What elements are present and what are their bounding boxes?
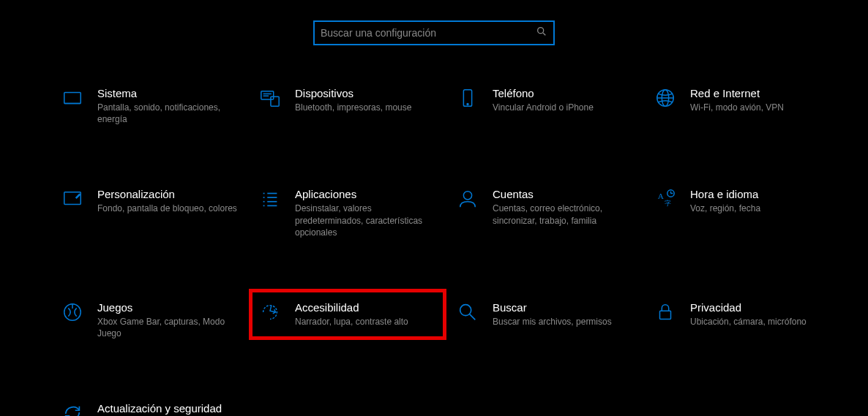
tile-telefono[interactable]: Teléfono Vincular Android o iPhone [446, 75, 644, 126]
svg-text:A: A [658, 192, 665, 200]
svg-text:字: 字 [665, 200, 671, 208]
personalization-icon [61, 188, 84, 211]
tile-desc: Cuentas, correo electrónico, sincronizar… [493, 203, 633, 226]
tile-privacidad[interactable]: Privacidad Ubicación, cámara, micrófono [644, 289, 842, 340]
tile-desc: Narrador, lupa, contraste alto [295, 316, 435, 328]
tile-personalizacion[interactable]: Personalización Fondo, pantalla de bloqu… [51, 175, 249, 227]
tile-title: Aplicaciones [295, 188, 435, 200]
apps-icon [258, 188, 282, 211]
tile-title: Dispositivos [295, 87, 435, 99]
tile-aplicaciones[interactable]: Aplicaciones Desinstalar, valores predet… [249, 175, 446, 251]
tile-sistema[interactable]: Sistema Pantalla, sonido, notificaciones… [51, 75, 249, 137]
tile-desc: Buscar mis archivos, permisos [493, 316, 633, 328]
svg-rect-4 [261, 91, 274, 99]
settings-grid: Sistema Pantalla, sonido, notificaciones… [0, 75, 868, 416]
time-language-icon: A 字 [654, 188, 677, 211]
tile-red[interactable]: Red e Internet Wi-Fi, modo avión, VPN [644, 75, 842, 126]
tile-buscar[interactable]: Buscar Buscar mis archivos, permisos [446, 289, 644, 340]
svg-line-30 [470, 314, 476, 320]
svg-point-22 [463, 192, 471, 200]
gaming-icon [61, 301, 84, 325]
tile-desc: Desinstalar, valores predeterminados, ca… [295, 203, 435, 238]
update-icon [61, 402, 84, 416]
tile-title: Cuentas [493, 188, 633, 200]
svg-point-9 [467, 104, 468, 105]
svg-rect-31 [660, 311, 671, 319]
system-icon [61, 87, 84, 110]
tile-title: Actualización y seguridad [97, 402, 238, 415]
tile-hora[interactable]: A 字 Hora e idioma Voz, región, fecha [644, 175, 842, 227]
tile-title: Juegos [97, 301, 238, 314]
tile-cuentas[interactable]: Cuentas Cuentas, correo electrónico, sin… [446, 175, 644, 238]
tile-dispositivos[interactable]: Dispositivos Bluetooth, impresoras, mous… [249, 75, 446, 126]
svg-point-29 [460, 305, 471, 316]
network-icon [654, 87, 677, 110]
tile-title: Red e Internet [690, 87, 831, 99]
phone-icon [456, 87, 479, 110]
search-box[interactable] [313, 20, 555, 45]
tile-desc: Wi-Fi, modo avión, VPN [690, 102, 831, 113]
tile-title: Buscar [493, 301, 633, 314]
accounts-icon [456, 188, 479, 211]
search-input[interactable] [321, 27, 536, 39]
tile-desc: Voz, región, fecha [690, 203, 831, 214]
tile-actualizacion[interactable]: Actualización y seguridad Windows Update… [51, 390, 249, 416]
search-tile-icon [456, 301, 479, 325]
svg-point-0 [538, 28, 544, 34]
tile-desc: Fondo, pantalla de bloqueo, colores [97, 203, 238, 214]
privacy-icon [654, 301, 677, 325]
tile-desc: Bluetooth, impresoras, mouse [295, 102, 435, 113]
svg-rect-2 [64, 93, 81, 104]
tile-title: Privacidad [690, 301, 831, 314]
tile-title: Personalización [97, 188, 238, 200]
tile-title: Hora e idioma [690, 188, 831, 200]
search-icon [536, 26, 547, 40]
svg-line-1 [543, 33, 545, 35]
tile-desc: Pantalla, sonido, notificaciones, energí… [97, 102, 238, 125]
accessibility-icon [258, 301, 282, 325]
svg-rect-13 [64, 192, 81, 205]
tile-title: Sistema [97, 87, 238, 99]
svg-rect-5 [271, 97, 279, 106]
tile-desc: Ubicación, cámara, micrófono [690, 316, 831, 328]
tile-accesibilidad[interactable]: Accesibilidad Narrador, lupa, contraste … [249, 289, 446, 340]
devices-icon [258, 87, 282, 110]
tile-title: Teléfono [493, 87, 633, 99]
tile-desc: Xbox Game Bar, capturas, Modo Juego [97, 316, 238, 339]
tile-desc: Vincular Android o iPhone [493, 102, 633, 113]
tile-juegos[interactable]: Juegos Xbox Game Bar, capturas, Modo Jue… [51, 289, 249, 352]
tile-title: Accesibilidad [295, 301, 435, 314]
